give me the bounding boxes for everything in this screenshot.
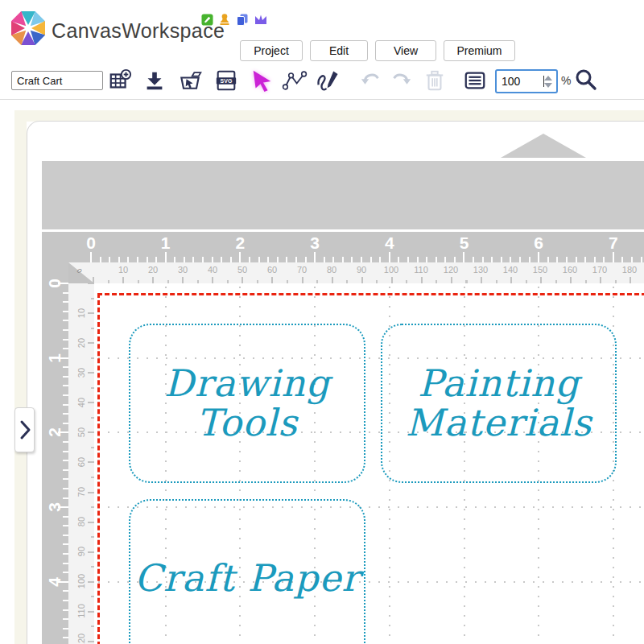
workspace-frame-top xyxy=(14,110,644,122)
h-ruler-mm-label: 150 xyxy=(533,265,547,275)
v-ruler-mm-label: 80 xyxy=(76,517,86,526)
redo-icon xyxy=(389,68,413,93)
v-ruler-mm-label: 110 xyxy=(76,604,86,618)
v-ruler-inch-label: 4 xyxy=(45,577,64,587)
shape-label-card-painting-materials[interactable]: Painting Materials xyxy=(381,324,617,483)
h-ruler-mm-label: 170 xyxy=(592,265,607,275)
v-ruler-mm-label: 30 xyxy=(76,368,86,378)
ruler-origin-corner: 0 xyxy=(68,262,94,283)
spinner-down-icon[interactable] xyxy=(544,83,552,88)
redo-button[interactable] xyxy=(388,67,414,94)
h-ruler-mm-label: 40 xyxy=(208,265,217,275)
h-ruler-mm-label: 100 xyxy=(384,265,398,275)
zoom-input-box[interactable]: 100 xyxy=(495,69,558,93)
download-icon xyxy=(142,68,167,93)
card-text-line: Tools xyxy=(196,403,298,443)
v-ruler-mm-label: 70 xyxy=(76,487,86,497)
v-ruler-mm-label: 40 xyxy=(76,398,86,407)
zoom-search-button[interactable] xyxy=(573,67,599,94)
canvas-workspace-app: CanvasWorkspace Project Edit View xyxy=(0,0,644,644)
draw-path-icon xyxy=(316,68,341,93)
shape-label-card-craft-paper[interactable]: Craft Paper xyxy=(129,499,365,644)
delete-icon xyxy=(423,68,446,93)
h-ruler-mm-label: 80 xyxy=(327,265,336,275)
v-ruler-mm-label: 90 xyxy=(76,547,86,556)
menu-tabs: Project Edit View Premium xyxy=(240,40,515,61)
h-ruler-mm-label: 120 xyxy=(444,265,458,275)
new-mat-icon xyxy=(108,68,132,93)
side-panel-toggle-button[interactable] xyxy=(14,407,35,452)
undo-button[interactable] xyxy=(358,67,384,94)
svg-badge-label: SVG xyxy=(221,78,233,84)
svg-export-button[interactable]: SVG xyxy=(213,67,239,94)
crown-badge-icon xyxy=(254,14,268,26)
v-ruler-inch-label: 3 xyxy=(45,502,64,512)
ruler-origin-label: 0 xyxy=(75,267,83,275)
v-ruler-mm-label: 60 xyxy=(76,457,86,467)
zoom-search-icon xyxy=(573,68,599,93)
zoom-spinner[interactable] xyxy=(544,76,552,88)
h-ruler-inch-label: 4 xyxy=(385,233,394,253)
main-toolbar: SVG xyxy=(0,63,644,100)
stamp-badge-icon xyxy=(218,13,231,26)
v-ruler-inch-label: 1 xyxy=(45,353,64,363)
project-name-input[interactable] xyxy=(11,71,103,90)
card-text-line: Materials xyxy=(406,403,592,443)
v-ruler-mm-label: 20 xyxy=(76,338,86,348)
pages-badge-icon xyxy=(236,13,249,26)
v-ruler-mm-label: 50 xyxy=(76,427,86,437)
h-ruler-inch-label: 3 xyxy=(310,233,320,253)
h-ruler-mm-label: 60 xyxy=(267,265,277,275)
h-ruler-mm-label: 180 xyxy=(622,265,637,275)
h-ruler-inch-label: 1 xyxy=(161,233,171,253)
download-button[interactable] xyxy=(142,67,167,94)
shape-label-card-drawing-tools[interactable]: Drawing Tools xyxy=(129,324,365,483)
h-ruler-inch-label: 0 xyxy=(86,233,96,253)
note-badge-icon xyxy=(201,14,213,26)
select-pointer-icon xyxy=(250,68,275,93)
app-title: CanvasWorkspace xyxy=(52,19,225,43)
h-ruler-mm-label: 130 xyxy=(473,265,488,275)
delete-button[interactable] xyxy=(422,67,448,94)
h-ruler-mm-label: 90 xyxy=(357,265,366,275)
chevron-right-icon xyxy=(19,419,31,440)
spinner-up-icon[interactable] xyxy=(544,76,552,80)
select-pointer-button[interactable] xyxy=(250,67,275,94)
zoom-value[interactable]: 100 xyxy=(502,75,543,88)
node-edit-button[interactable] xyxy=(282,67,308,94)
h-ruler-mm-label: 140 xyxy=(503,265,518,275)
send-to-mat-button[interactable] xyxy=(177,67,203,94)
properties-list-icon xyxy=(463,68,487,93)
status-badges xyxy=(201,13,268,26)
h-ruler-inch-label: 7 xyxy=(609,233,618,253)
properties-list-button[interactable] xyxy=(462,67,488,94)
h-ruler-mm-label: 110 xyxy=(414,265,428,275)
undo-icon xyxy=(359,68,383,93)
h-ruler-mm-label: 70 xyxy=(297,265,307,275)
card-text-line: Drawing xyxy=(164,364,330,403)
app-logo-icon xyxy=(10,10,47,47)
h-ruler-inch-label: 6 xyxy=(534,233,543,253)
mat-direction-triangle-icon xyxy=(501,134,586,158)
draw-path-button[interactable] xyxy=(316,67,341,94)
v-ruler-mm-label: 120 xyxy=(76,634,86,644)
design-canvas[interactable]: 0 01234567102030405060708090100110120130… xyxy=(0,100,644,644)
tab-view[interactable]: View xyxy=(375,40,436,61)
new-mat-button[interactable] xyxy=(107,67,133,94)
tab-premium[interactable]: Premium xyxy=(444,40,515,61)
tab-edit[interactable]: Edit xyxy=(310,40,368,61)
h-ruler-mm-label: 30 xyxy=(178,265,188,275)
mat-top-margin xyxy=(42,161,644,229)
workspace-frame-left xyxy=(14,110,27,644)
card-text-line: Painting xyxy=(418,364,580,403)
horizontal-ruler-inches xyxy=(42,232,644,262)
svg-export-icon: SVG xyxy=(214,68,238,93)
h-ruler-inch-label: 2 xyxy=(236,233,246,253)
app-header: CanvasWorkspace Project Edit View xyxy=(0,0,644,63)
h-ruler-inch-label: 5 xyxy=(460,233,469,253)
v-ruler-inch-label: 2 xyxy=(45,428,64,438)
send-to-mat-icon xyxy=(177,68,203,93)
tab-project[interactable]: Project xyxy=(240,40,303,61)
h-ruler-mm-label: 50 xyxy=(237,265,247,275)
v-ruler-inch-label: 0 xyxy=(45,279,64,288)
